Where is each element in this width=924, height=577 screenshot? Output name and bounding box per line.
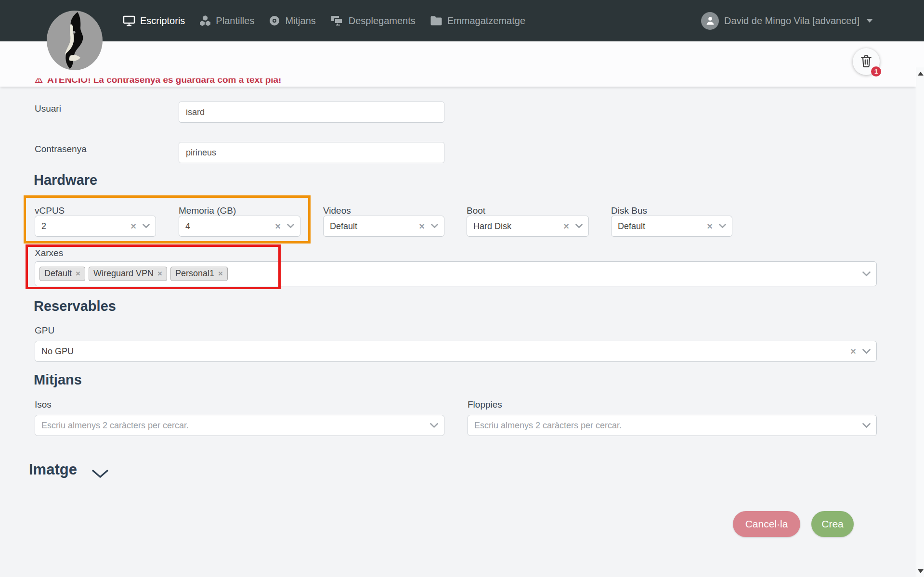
password-warning: ⚠ ATENCIÓ! La contrasenya es guardarà co… — [35, 78, 281, 86]
diskbus-value: Default — [618, 221, 707, 231]
top-navbar: Escriptoris Plantilles Mitjans Desplegam… — [0, 0, 924, 41]
chevron-down-icon — [719, 224, 726, 229]
vcpus-value: 2 — [41, 221, 130, 231]
nav-item-label: Escriptoris — [140, 15, 185, 26]
cancel-button[interactable]: Cancel·la — [733, 511, 800, 537]
user-name: David de Mingo Vila [advanced] — [724, 15, 859, 26]
nav-item-desplegaments[interactable]: Desplegaments — [330, 15, 416, 26]
trash-button[interactable]: 1 — [853, 48, 880, 75]
chevron-down-icon — [143, 224, 150, 229]
remove-tag-icon[interactable]: × — [218, 269, 223, 278]
warning-sliver: ⚠ ATENCIÓ! La contrasenya es guardarà co… — [0, 78, 916, 87]
gpu-value: No GPU — [41, 346, 850, 357]
form-body — [0, 87, 924, 577]
chevron-down-icon — [862, 349, 871, 354]
chevron-down-icon — [430, 423, 438, 428]
isos-select[interactable]: Escriu almenys 2 caràcters per cercar. — [35, 415, 444, 436]
clear-icon[interactable]: × — [419, 221, 425, 231]
network-tag: Default × — [39, 267, 85, 281]
deployments-icon — [330, 15, 344, 26]
diskbus-select[interactable]: Default × — [611, 216, 732, 237]
nav-item-label: Mitjans — [285, 15, 315, 26]
isos-placeholder: Escriu almenys 2 caràcters per cercar. — [41, 421, 430, 431]
chevron-down-icon — [287, 224, 294, 229]
nav-item-plantilles[interactable]: Plantilles — [199, 15, 254, 26]
boot-value: Hard Disk — [473, 221, 563, 231]
main-menu: Escriptoris Plantilles Mitjans Desplegam… — [123, 0, 525, 41]
gpu-label: GPU — [35, 325, 54, 336]
floppies-placeholder: Escriu almenys 2 caràcters per cercar. — [474, 421, 862, 431]
memoria-value: 4 — [185, 221, 275, 231]
nav-item-label: Emmagatzematge — [447, 15, 525, 26]
hardware-heading: Hardware — [34, 172, 97, 188]
nav-item-escriptoris[interactable]: Escriptoris — [123, 15, 185, 26]
videos-select[interactable]: Default × — [323, 216, 444, 237]
boot-label: Boot — [467, 205, 485, 216]
memoria-select[interactable]: 4 × — [179, 216, 300, 237]
usuari-input[interactable] — [179, 102, 444, 123]
network-tag: Personal1 × — [170, 267, 228, 281]
remove-tag-icon[interactable]: × — [157, 269, 162, 278]
chevron-down-icon — [575, 224, 583, 229]
boot-select[interactable]: Hard Disk × — [467, 216, 589, 237]
network-tag-label: Personal1 — [175, 269, 214, 279]
clear-icon[interactable]: × — [707, 221, 713, 231]
warning-text: ATENCIÓ! La contrasenya es guardarà com … — [47, 78, 281, 86]
network-tag-label: Default — [44, 269, 72, 279]
videos-label: Videos — [323, 205, 351, 216]
imatge-heading: Imatge — [29, 461, 77, 478]
memoria-label: Memoria (GB) — [179, 205, 236, 216]
folder-icon — [430, 15, 442, 26]
chevron-down-icon — [862, 271, 871, 277]
contrasenya-input[interactable] — [179, 142, 444, 163]
scroll-down-arrow[interactable] — [916, 567, 924, 575]
reservables-heading: Reservables — [34, 298, 116, 314]
chevron-down-icon — [862, 423, 871, 428]
user-avatar-icon — [701, 12, 719, 30]
contrasenya-label: Contrasenya — [35, 144, 87, 154]
clear-icon[interactable]: × — [850, 346, 856, 356]
videos-value: Default — [330, 221, 419, 231]
trash-count-badge: 1 — [871, 66, 881, 77]
clear-icon[interactable]: × — [275, 221, 281, 231]
create-button[interactable]: Crea — [811, 511, 854, 537]
vcpus-label: vCPUS — [35, 205, 65, 216]
nav-item-label: Desplegaments — [349, 15, 416, 26]
vcpus-select[interactable]: 2 × — [35, 216, 156, 237]
floppies-select[interactable]: Escriu almenys 2 caràcters per cercar. — [468, 415, 877, 436]
trash-icon — [860, 54, 872, 69]
xarxes-label: Xarxes — [35, 248, 63, 258]
user-menu[interactable]: David de Mingo Vila [advanced] — [701, 0, 873, 41]
caret-down-icon — [866, 19, 873, 23]
floppies-label: Floppies — [468, 399, 502, 410]
desktop-icon — [123, 15, 135, 26]
clear-icon[interactable]: × — [130, 221, 136, 231]
nav-item-emmagatzematge[interactable]: Emmagatzematge — [430, 15, 525, 26]
xarxes-multiselect[interactable]: Default × Wireguard VPN × Personal1 × — [35, 261, 877, 286]
nav-item-mitjans[interactable]: Mitjans — [269, 15, 315, 26]
gpu-select[interactable]: No GPU × — [35, 341, 877, 362]
scroll-up-arrow[interactable] — [916, 69, 924, 77]
isard-logo[interactable] — [46, 10, 104, 71]
mitjans-heading: Mitjans — [34, 372, 82, 388]
page-header — [0, 41, 924, 78]
imatge-collapse-chevron-icon[interactable] — [91, 469, 109, 481]
diskbus-label: Disk Bus — [611, 205, 647, 216]
chevron-down-icon — [431, 224, 438, 229]
isos-label: Isos — [35, 399, 52, 410]
disc-icon — [269, 15, 280, 26]
remove-tag-icon[interactable]: × — [76, 269, 80, 278]
network-tag: Wireguard VPN × — [89, 267, 167, 281]
clear-icon[interactable]: × — [563, 221, 569, 231]
usuari-label: Usuari — [35, 103, 61, 114]
warning-icon: ⚠ — [35, 78, 43, 86]
scrollbar[interactable] — [916, 67, 924, 577]
network-tag-label: Wireguard VPN — [93, 269, 154, 279]
cubes-icon — [199, 15, 211, 26]
nav-item-label: Plantilles — [216, 15, 254, 26]
